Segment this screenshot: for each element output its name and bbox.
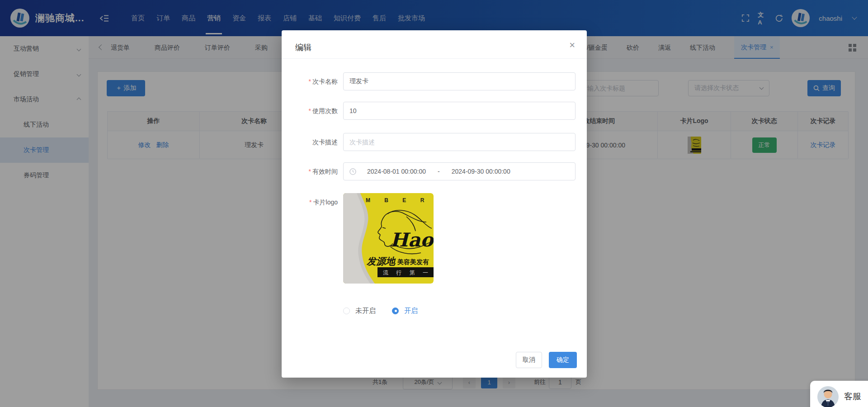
field-label-desc: 次卡描述 [282, 133, 338, 151]
confirm-button[interactable]: 确定 [549, 352, 577, 368]
required-star: * [309, 199, 311, 206]
radio-circle-icon [392, 308, 399, 314]
card-bar-text: 流 行 第 一 [383, 270, 431, 276]
app-root: 澜驰商城... 首页 订单 商品 营销 资金 报表 店铺 基础 知识付费 售后 … [0, 0, 868, 407]
dialog-close-icon[interactable]: × [569, 40, 575, 50]
name-field [343, 72, 576, 90]
desc-field [343, 133, 576, 151]
service-label: 客服 [844, 391, 861, 402]
field-label-time: *有效时间 [282, 162, 338, 180]
card-logo-image[interactable]: M B E R C A Hao 发源地 美容美发有 流 行 第 一 [343, 193, 434, 284]
date-end: 2024-09-30 00:00:00 [452, 168, 510, 175]
card-brand-text: 发源地 [366, 256, 396, 266]
desc-input[interactable] [343, 133, 576, 151]
cancel-button[interactable]: 取消 [516, 352, 542, 368]
card-brand-suffix: 美容美发有 [397, 258, 429, 265]
customer-service-widget[interactable]: 客服 [810, 381, 868, 407]
field-label-name: *次卡名称 [282, 72, 338, 90]
required-star: * [309, 107, 311, 114]
name-input[interactable] [343, 72, 576, 90]
radio-label: 未开启 [355, 307, 376, 315]
card-letters: M B E R C A [366, 197, 434, 204]
times-field [343, 102, 576, 120]
clock-icon [349, 168, 356, 175]
status-radio-group: 未开启 开启 [343, 304, 418, 317]
radio-disabled[interactable]: 未开启 [343, 307, 376, 315]
dialog-header-divider [282, 58, 587, 59]
date-start: 2024-08-01 00:00:00 [367, 168, 426, 175]
service-agent-avatar [817, 386, 839, 407]
required-star: * [309, 78, 311, 85]
field-label-times: *使用次数 [282, 102, 338, 120]
date-range-picker[interactable]: 2024-08-01 00:00:00 - 2024-09-30 00:00:0… [343, 162, 576, 180]
required-star: * [309, 168, 311, 175]
times-input[interactable] [343, 102, 576, 120]
card-script-text: Hao [390, 229, 434, 251]
dialog-title: 编辑 [295, 42, 311, 53]
radio-circle-icon [343, 308, 350, 314]
date-separator: - [438, 168, 440, 175]
field-label-logo: *卡片logo [282, 193, 338, 211]
radio-label: 开启 [404, 307, 418, 315]
radio-enabled[interactable]: 开启 [392, 307, 418, 315]
edit-dialog: 编辑 × *次卡名称 *使用次数 次卡描述 *有效时间 2024-08-01 0… [282, 30, 587, 378]
